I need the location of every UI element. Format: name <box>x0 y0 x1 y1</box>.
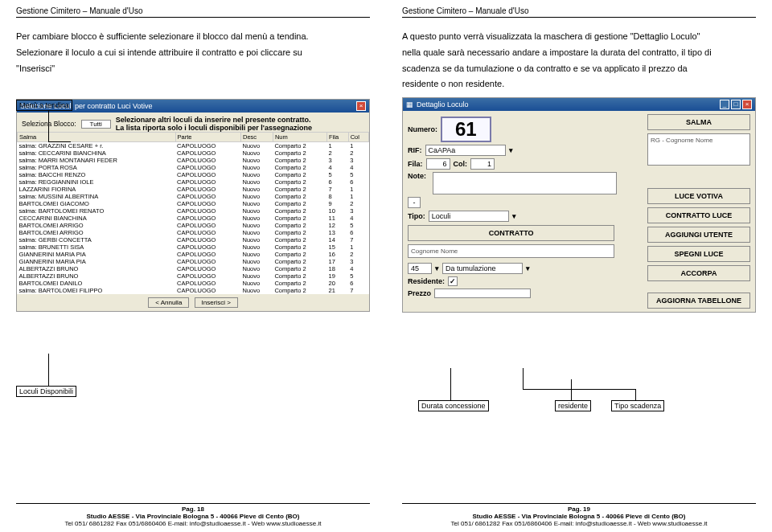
table-cell: Comparto 2 <box>273 258 326 265</box>
page-header-right: Gestione Cimitero – Manuale d'Uso <box>402 6 756 18</box>
table-cell: CAPOLUOGO <box>175 200 240 207</box>
col-input[interactable]: 1 <box>470 158 495 170</box>
table-row[interactable]: salma: MARRI MONTANARI FEDERCAPOLUOGONuo… <box>18 157 369 164</box>
table-cell: CAPOLUOGO <box>175 171 240 178</box>
table-cell: 20 <box>327 280 349 287</box>
table-row[interactable]: BARTOLOMEI ARRIGOCAPOLUOGONuovoComparto … <box>18 229 369 236</box>
table-cell: 11 <box>327 215 349 222</box>
callout-line <box>523 368 524 389</box>
table-row[interactable]: salma: BARTOLOMEI FILIPPOCAPOLUOGONuovoC… <box>18 287 369 294</box>
table-row[interactable]: salma: BAICCHI RENZOCAPOLUOGONuovoCompar… <box>18 171 369 178</box>
table-row[interactable]: GIANNERINI MARIA PIACAPOLUOGONuovoCompar… <box>18 251 369 258</box>
prezzo-input[interactable] <box>434 289 531 298</box>
blocco-select[interactable]: Tutti <box>81 120 111 129</box>
annulla-button[interactable]: < Annulla <box>148 297 189 308</box>
close-icon[interactable]: × <box>742 100 752 109</box>
salma-button[interactable]: SALMA <box>647 114 750 130</box>
chevron-down-icon[interactable]: ▾ <box>512 212 516 220</box>
table-cell: 1 <box>348 186 368 193</box>
table-row[interactable]: LAZZARINI FIORINACAPOLUOGONuovoComparto … <box>18 186 369 193</box>
accorpa-button[interactable]: ACCORPA <box>647 265 750 281</box>
table-row[interactable]: CECCARINI BIANCHINACAPOLUOGONuovoCompart… <box>18 215 369 222</box>
window-instruction: Selezionare altri loculi da inserire nel… <box>116 116 364 124</box>
table-cell: salma: REGGIANNINI IOLE <box>18 178 176 186</box>
table-cell: CAPOLUOGO <box>175 215 240 222</box>
table-cell: salma: BARTOLOMEI FILIPPO <box>18 287 176 294</box>
table-row[interactable]: salma: CECCARINI BIANCHINACAPOLUOGONuovo… <box>18 149 369 157</box>
table-cell: CAPOLUOGO <box>175 272 240 280</box>
table-cell: Comparto 2 <box>273 243 326 251</box>
table-cell: Nuovo <box>240 265 273 272</box>
table-cell: Comparto 2 <box>273 171 326 178</box>
paragraph: "Inserisci" <box>16 61 370 77</box>
close-icon[interactable]: × <box>356 101 366 111</box>
table-cell: 1 <box>348 193 368 200</box>
table-row[interactable]: salma: GRAZZINI CESARE + r.CAPOLUOGONuov… <box>18 142 369 150</box>
table-cell: Comparto 2 <box>273 178 326 186</box>
table-row[interactable]: BARTOLOMEI DANILOCAPOLUOGONuovoComparto … <box>18 280 369 287</box>
table-cell: BARTOLOMEI GIACOMO <box>18 200 176 207</box>
minimize-icon[interactable]: _ <box>720 100 729 109</box>
table-row[interactable]: salma: MUSSINI ALBERTINACAPOLUOGONuovoCo… <box>18 193 369 200</box>
paragraph: scadenza se da tumulazione o da contratt… <box>402 61 756 77</box>
table-cell: salma: BRUNETTI SISA <box>18 243 176 251</box>
table-row[interactable]: salma: REGGIANNINI IOLECAPOLUOGONuovoCom… <box>18 178 369 186</box>
table-cell: Nuovo <box>240 222 273 229</box>
fila-input[interactable]: 6 <box>426 158 450 170</box>
contratto-cognome-field[interactable]: Cognome Nome <box>408 244 614 258</box>
table-cell: CECCARINI BIANCHINA <box>18 215 176 222</box>
table-row[interactable]: salma: GERBI CONCETTACAPOLUOGONuovoCompa… <box>18 236 369 243</box>
selezione-loculi-window: Selezione Loculi per contratto Luci Voti… <box>16 99 370 312</box>
contratto-button[interactable]: CONTRATTO <box>408 225 614 241</box>
callout-line <box>48 141 71 142</box>
chevron-down-icon[interactable]: ▾ <box>435 264 439 272</box>
paragraph: nella quale sarà necessario andare a imp… <box>402 45 756 61</box>
rif-select[interactable]: CaAPAa <box>425 145 506 156</box>
table-cell: 5 <box>327 171 349 178</box>
contratto-luce-button[interactable]: CONTRATTO LUCE <box>647 207 750 223</box>
table-cell: salma: GRAZZINI CESARE + r. <box>18 142 176 150</box>
residente-checkbox[interactable]: ✓ <box>448 276 458 286</box>
aggiorna-tabellone-button[interactable]: AGGIORNA TABELLONE <box>647 293 750 309</box>
salma-field[interactable]: RG - Cognome Nome <box>647 133 750 166</box>
table-row[interactable]: BARTOLOMEI ARRIGOCAPOLUOGONuovoComparto … <box>18 222 369 229</box>
table-cell: Comparto 2 <box>273 149 326 157</box>
table-row[interactable]: GIANNERINI MARIA PIACAPOLUOGONuovoCompar… <box>18 258 369 265</box>
table-row[interactable]: ALBERTAZZI BRUNOCAPOLUOGONuovoComparto 2… <box>18 272 369 280</box>
residente-label: Residente: <box>408 277 445 285</box>
table-cell: 16 <box>327 251 349 258</box>
chevron-down-icon[interactable]: ▾ <box>509 146 513 154</box>
note-label: Note: <box>408 172 426 180</box>
table-cell: Comparto 2 <box>273 222 326 229</box>
window-titlebar[interactable]: ▦ Dettaglio Loculo _ □ × <box>403 98 755 111</box>
table-row[interactable]: ALBERTAZZI BRUNOCAPOLUOGONuovoComparto 2… <box>18 265 369 272</box>
table-cell: Comparto 2 <box>273 287 326 294</box>
table-cell: salma: PORTA ROSA <box>18 164 176 171</box>
minus-button[interactable]: - <box>408 197 421 208</box>
durata-select[interactable]: 45 <box>408 263 432 274</box>
table-row[interactable]: salma: BRUNETTI SISACAPOLUOGONuovoCompar… <box>18 243 369 251</box>
scadenza-select[interactable]: Da tumulazione <box>442 263 523 274</box>
table-cell: 6 <box>348 229 368 236</box>
table-row[interactable]: salma: PORTA ROSACAPOLUOGONuovoComparto … <box>18 164 369 171</box>
inserisci-button[interactable]: Inserisci > <box>195 297 238 308</box>
table-cell: ALBERTAZZI BRUNO <box>18 272 176 280</box>
table-cell: 5 <box>348 171 368 178</box>
table-cell: CAPOLUOGO <box>175 265 240 272</box>
table-row[interactable]: BARTOLOMEI GIACOMOCAPOLUOGONuovoComparto… <box>18 200 369 207</box>
luce-votiva-button[interactable]: LUCE VOTIVA <box>647 188 750 204</box>
table-cell: Comparto 2 <box>273 164 326 171</box>
spegni-luce-button[interactable]: SPEGNI LUCE <box>647 246 750 262</box>
table-cell: CAPOLUOGO <box>175 149 240 157</box>
table-row[interactable]: salma: BARTOLOMEI RENATOCAPOLUOGONuovoCo… <box>18 207 369 215</box>
table-cell: CAPOLUOGO <box>175 157 240 164</box>
tipo-select[interactable]: Loculi <box>429 211 509 222</box>
aggiungi-utente-button[interactable]: AGGIUNGI UTENTE <box>647 227 750 243</box>
table-cell: 14 <box>327 236 349 243</box>
maximize-icon[interactable]: □ <box>731 100 741 109</box>
chevron-down-icon[interactable]: ▾ <box>526 264 530 272</box>
table-cell: CAPOLUOGO <box>175 178 240 186</box>
note-textarea[interactable] <box>433 172 617 194</box>
table-cell: 7 <box>327 186 349 193</box>
table-cell: Comparto 2 <box>273 142 326 150</box>
